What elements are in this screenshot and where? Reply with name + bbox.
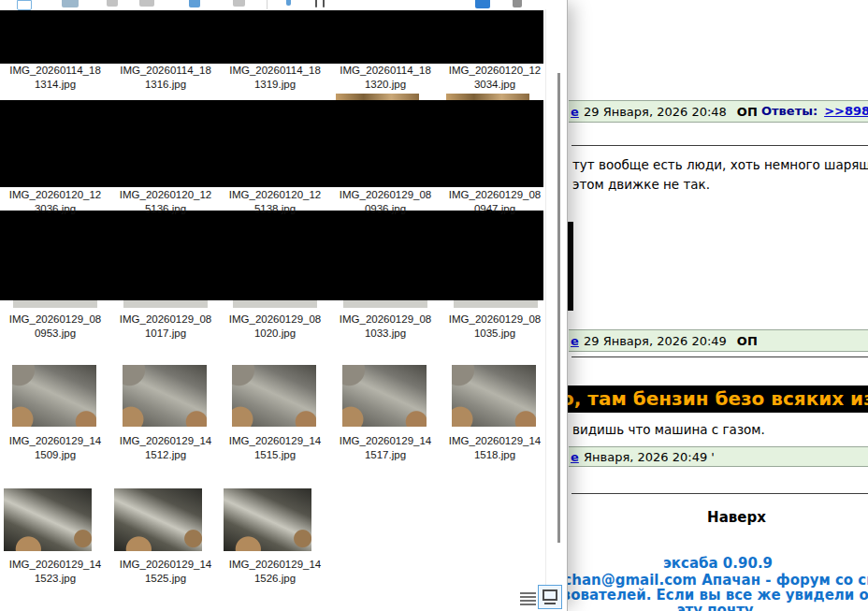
thumbnail-view-icon bbox=[544, 603, 556, 604]
file-name[interactable]: IMG_20260129_14 1518.jpg bbox=[440, 434, 550, 462]
filter-icon[interactable] bbox=[315, 0, 317, 7]
poster-link-sliver[interactable]: e bbox=[571, 450, 579, 464]
divider bbox=[571, 145, 868, 146]
post-date: 29 Января, 2026 20:49 bbox=[584, 334, 727, 348]
file-thumbnail[interactable] bbox=[232, 365, 316, 427]
file-thumbnail[interactable] bbox=[224, 488, 311, 551]
filter-icon[interactable] bbox=[323, 0, 325, 7]
copy-icon[interactable] bbox=[62, 0, 79, 7]
file-name[interactable]: IMG_20260114_18 1316.jpg bbox=[110, 64, 221, 92]
thumbnail-bottom-sliver bbox=[13, 300, 97, 308]
explorer-scrollbar-thumb[interactable] bbox=[557, 73, 560, 543]
file-name[interactable]: IMG_20260129_14 1512.jpg bbox=[110, 434, 221, 462]
file-name[interactable]: IMG_20260129_08 1020.jpg bbox=[220, 313, 330, 341]
file-name[interactable]: IMG_20260129_08 0936.jpg bbox=[330, 188, 441, 216]
divider bbox=[571, 356, 868, 357]
footer-text-line: эту почту. bbox=[568, 602, 868, 611]
toolbar-divider bbox=[267, 0, 268, 9]
file-name[interactable]: IMG_20260114_18 1319.jpg bbox=[220, 64, 330, 92]
details-icon[interactable] bbox=[513, 0, 522, 7]
file-name[interactable]: IMG_20260129_14 1525.jpg bbox=[110, 558, 221, 586]
new-item-icon[interactable] bbox=[17, 0, 32, 10]
view-icon[interactable] bbox=[475, 0, 490, 8]
thumbnail-bottom-sliver bbox=[123, 300, 208, 308]
file-name[interactable]: IMG_20260114_18 1320.jpg bbox=[330, 64, 441, 92]
post-body-2: видишь что машина с газом. bbox=[572, 420, 765, 440]
post-header-3: e Января, 2026 20:49 ' bbox=[569, 446, 868, 467]
post-date: 29 Января, 2026 20:48 bbox=[584, 105, 727, 119]
file-name[interactable]: IMG_20260129_14 1523.jpg bbox=[0, 558, 110, 586]
divider bbox=[571, 493, 868, 494]
file-thumbnail[interactable] bbox=[114, 488, 202, 551]
file-name[interactable]: IMG_20260120_12 5136.jpg bbox=[110, 188, 221, 216]
file-name[interactable]: IMG_20260129_14 1517.jpg bbox=[330, 434, 441, 462]
file-name[interactable]: IMG_20260129_14 1526.jpg bbox=[220, 558, 330, 586]
post-header-1: e 29 Января, 2026 20:48 ОП Ответы:>>8982… bbox=[569, 100, 868, 123]
thumbnail-row-black[interactable] bbox=[0, 211, 543, 300]
file-thumbnail[interactable] bbox=[4, 488, 92, 551]
reply-link[interactable]: >>89823 bbox=[824, 104, 868, 118]
screen: e 29 Января, 2026 20:48 ОП Ответы:>>8982… bbox=[0, 0, 868, 611]
paste-icon[interactable] bbox=[107, 0, 118, 7]
post-body-1: тут вообще есть люди, хоть немного шарящ… bbox=[572, 155, 868, 195]
poster-link-sliver[interactable]: e bbox=[571, 105, 579, 119]
thumbnail-top-sliver bbox=[446, 94, 529, 100]
thumbnail-bottom-sliver bbox=[343, 300, 427, 308]
file-name[interactable]: IMG_20260129_08 0953.jpg bbox=[0, 313, 110, 341]
rename-icon[interactable] bbox=[139, 0, 154, 7]
thumbnail-bottom-sliver bbox=[233, 300, 317, 308]
thumbnail-row-black[interactable] bbox=[0, 10, 543, 64]
file-name[interactable]: IMG_20260129_14 1515.jpg bbox=[220, 434, 330, 462]
explorer-window: IMG_20260114_18 1314.jpgIMG_20260114_18 … bbox=[0, 0, 568, 611]
post-date: Января, 2026 20:49 ' bbox=[584, 450, 715, 464]
poster-link-sliver[interactable]: e bbox=[571, 334, 579, 348]
file-name[interactable]: IMG_20260129_14 1509.jpg bbox=[0, 434, 110, 462]
post-header-2: e 29 Января, 2026 20:49 ОП bbox=[569, 329, 868, 352]
file-name[interactable]: IMG_20260129_08 0947.jpg bbox=[440, 188, 550, 216]
delete-icon[interactable] bbox=[233, 0, 245, 7]
list-view-button[interactable] bbox=[520, 592, 536, 605]
footer-engine-version: эксаба 0.90.9 bbox=[568, 555, 868, 572]
highlighted-quote: о, там бензин безо всяких излишес bbox=[568, 386, 868, 413]
file-name[interactable]: IMG_20260114_18 1314.jpg bbox=[0, 64, 110, 92]
replies-label: Ответы: bbox=[761, 104, 817, 118]
thumbnail-row-black[interactable] bbox=[0, 100, 543, 187]
post-body-line: этом движке не так. bbox=[572, 175, 868, 195]
replies-block: Ответы:>>89823 bbox=[761, 104, 868, 118]
file-thumbnail[interactable] bbox=[452, 365, 536, 427]
file-name[interactable]: IMG_20260129_08 1033.jpg bbox=[330, 313, 441, 341]
forum-page: e 29 Января, 2026 20:48 ОП Ответы:>>8982… bbox=[568, 0, 868, 611]
file-name[interactable]: IMG_20260129_08 1035.jpg bbox=[440, 313, 550, 341]
thumbnail-view-icon bbox=[542, 589, 557, 601]
op-badge: ОП bbox=[737, 334, 758, 348]
file-thumbnail[interactable] bbox=[123, 365, 207, 427]
back-to-top-link[interactable]: Наверх bbox=[586, 509, 868, 526]
file-name[interactable]: IMG_20260120_12 5138.jpg bbox=[220, 188, 330, 216]
thumbnail-bottom-sliver bbox=[454, 300, 538, 308]
op-badge: ОП bbox=[737, 105, 758, 119]
file-name[interactable]: IMG_20260129_08 1017.jpg bbox=[110, 313, 221, 341]
file-thumbnail[interactable] bbox=[12, 365, 96, 427]
sort-icon[interactable] bbox=[286, 0, 291, 6]
file-name[interactable]: IMG_20260120_12 3034.jpg bbox=[440, 64, 550, 92]
thumbnail-view-button[interactable] bbox=[538, 585, 562, 609]
file-thumbnail[interactable] bbox=[342, 365, 427, 427]
file-name[interactable]: IMG_20260120_12 3036.jpg bbox=[0, 188, 110, 216]
post-body-line: тут вообще есть люди, хоть немного шарящ… bbox=[572, 155, 868, 175]
content-edge bbox=[545, 9, 546, 585]
share-icon[interactable] bbox=[189, 0, 200, 7]
thumbnail-top-sliver bbox=[336, 94, 419, 100]
